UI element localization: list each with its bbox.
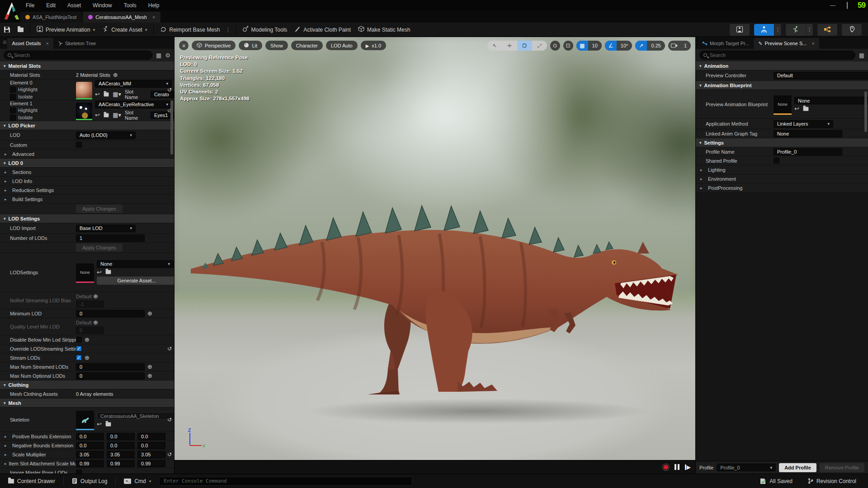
cmd-dropdown[interactable]: >_ Cmd ▾ [120,476,155,487]
row-noref-streaming-lod-bias-input[interactable]: -1 [76,300,104,308]
row-max-num-optional-lods-input[interactable]: 0 [76,372,145,380]
asset-thumbnail[interactable] [76,411,94,429]
search-input[interactable]: Search [699,51,855,60]
chevron-right-icon[interactable]: ▸ [5,170,10,174]
section-lod-settings[interactable]: ▾LOD Settings [0,214,174,223]
tab-asset-details[interactable]: Asset Details × [7,38,53,49]
transform-gizmo-toolbar[interactable]: ↖ ✛ ⤢ [487,41,547,51]
row-profile-name-input[interactable]: Profile_0 [774,148,842,155]
browse-content-button[interactable] [14,24,26,35]
chevron-right-icon[interactable]: ▸ [5,461,7,466]
row-preview-controller-dropdown[interactable]: Default▾ [774,72,868,80]
doc-tab-asa_fluidninjatest[interactable]: ASA_FluidNinjaTest [20,12,82,23]
chevron-right-icon[interactable]: ▸ [5,452,10,457]
isolate-checkbox[interactable] [10,115,16,121]
right-scrollbar[interactable] [864,91,867,132]
section-mesh[interactable]: ▾Mesh [0,399,174,408]
scale-tool-icon[interactable]: ⤢ [532,41,547,51]
overflow-menu-icon[interactable]: ⋮ [224,27,233,33]
add-circle-icon[interactable]: ⊕ [93,319,98,326]
minimize-button[interactable]: — [829,2,837,9]
camera-speed-control[interactable]: 1 [668,41,691,51]
select-tool-icon[interactable]: ↖ [487,41,502,51]
use-selected-icon[interactable]: ↩ [97,269,102,275]
menu-edit[interactable]: Edit [40,2,61,9]
add-circle-icon[interactable]: ⊕ [113,72,118,78]
settings-gear-icon[interactable]: ⚙ [165,52,170,59]
add-circle-icon[interactable]: ⊕ [147,310,152,316]
highlight-checkbox[interactable] [10,87,16,93]
viewport-show-button[interactable]: Show [265,41,288,50]
asset-dropdown[interactable]: AACerato_MM▾ [95,80,172,88]
row-positive-bounds-extension-value-2[interactable]: 0.0 [137,433,165,440]
row-quality-level-min-lod-input[interactable]: 0 [76,327,104,334]
chevron-right-icon[interactable]: ▸ [5,152,10,156]
grid-snap-toggle[interactable]: ▦ 10 [576,41,602,51]
row-application-method-dropdown[interactable]: Linked Layers▾ [774,120,833,128]
section-animation[interactable]: ▾Animation [696,61,868,70]
row-item-slot-attachment-scale-mul--value-1[interactable]: 0.99 [107,460,135,467]
toolbar-create-asset[interactable]: Create Asset▾ [99,24,151,35]
row-minimum-lod-input[interactable]: 0 [76,310,145,317]
content-drawer-button[interactable]: Content Drawer [5,476,59,487]
search-input[interactable]: Search [4,51,152,60]
use-selected-icon[interactable]: ↩ [794,106,799,112]
row-scale-multiplier-value-0[interactable]: 3.05 [76,451,104,458]
row-custom-checkbox[interactable] [76,142,82,148]
browse-to-asset-icon[interactable] [104,113,109,117]
material-options-icon[interactable]: ▦▾ [113,91,121,97]
menu-help[interactable]: Help [142,2,165,9]
physics-mode-button[interactable] [842,24,862,36]
add-profile-button[interactable]: Add Profile [779,463,816,472]
asset-dropdown[interactable]: CeratosaurusAA_Skeleton▾ [97,412,175,420]
row-ignore-master-pose-lods-checkbox[interactable] [76,469,82,474]
generate-asset-button[interactable]: Generate Asset... [97,277,175,285]
row-disable-below-min-lod-stripping-checkbox[interactable] [76,337,82,343]
asset-thumbnail[interactable]: None [76,263,94,282]
mesh-mode-button[interactable] [754,24,774,36]
menu-tools[interactable]: Tools [118,2,142,9]
pause-button[interactable] [675,464,679,470]
camera-speed-value[interactable]: 1 [680,43,691,48]
console-command-input[interactable]: Enter Console Command [159,477,412,486]
revert-icon[interactable]: ↺ [167,417,172,423]
view-options-icon[interactable]: ▦ [859,52,864,59]
preview-viewport[interactable]: ≡ PerspectiveLitShowCharacterLOD Auto▶x1… [175,37,695,474]
row-negative-bounds-extension-value-2[interactable]: 0.0 [137,442,165,449]
asset-dropdown[interactable]: None▾ [794,97,868,104]
revision-control-button[interactable]: Revision Control [804,476,860,487]
viewport-character-button[interactable]: Character [291,41,323,50]
doc-tab-ceratosaurusaa_mesh[interactable]: CeratosaurusAA_Mesh× [83,12,160,23]
add-circle-icon[interactable]: ⊕ [85,337,90,343]
toolbar-modeling-tools[interactable]: Modeling Tools [239,24,291,35]
asset-thumbnail[interactable] [76,82,92,98]
restore-button[interactable] [843,2,851,9]
browse-to-asset-icon[interactable] [803,107,809,111]
row-max-num-streamed-lods-input[interactable]: 0 [76,363,145,371]
tab-preview-scene-settings[interactable]: ✎ Preview Scene S... × [754,38,819,49]
rotation-snap-toggle[interactable]: ∠ 10° [605,41,632,51]
browse-to-asset-icon[interactable] [104,92,109,96]
revert-icon[interactable]: ↺ [167,87,172,93]
grid-snap-value[interactable]: 10 [588,43,602,48]
revert-icon[interactable]: ↺ [167,346,172,352]
section-animation-blueprint[interactable]: ▾Animation Blueprint [696,81,868,90]
row-lod-dropdown[interactable]: Auto (LOD0)▾ [76,131,136,139]
row-positive-bounds-extension-value-1[interactable]: 0.0 [107,433,135,440]
rotate-tool-icon[interactable] [517,41,532,51]
add-circle-icon[interactable]: ⊕ [147,364,152,370]
save-button[interactable] [1,24,13,35]
close-tab-icon[interactable]: × [811,41,814,46]
row-override-lodstreaming-settings-checkbox[interactable]: ✓ [76,346,82,352]
revert-icon[interactable]: ↺ [167,451,172,458]
record-button[interactable] [663,464,669,470]
mode-menu-icon[interactable]: ⋮ [806,24,813,36]
chevron-right-icon[interactable]: ▸ [5,434,10,439]
add-circle-icon[interactable]: ⊕ [85,355,90,361]
section-settings[interactable]: ▾Settings [696,138,868,147]
toolbar-make-static-mesh[interactable]: Make Static Mesh [354,24,414,35]
chevron-right-icon[interactable]: ▸ [5,179,10,183]
row-item-slot-attachment-scale-mul--value-0[interactable]: 0.99 [76,460,104,467]
toolbar-preview-animation[interactable]: Preview Animation▾ [33,24,99,35]
menu-window[interactable]: Window [87,2,118,9]
